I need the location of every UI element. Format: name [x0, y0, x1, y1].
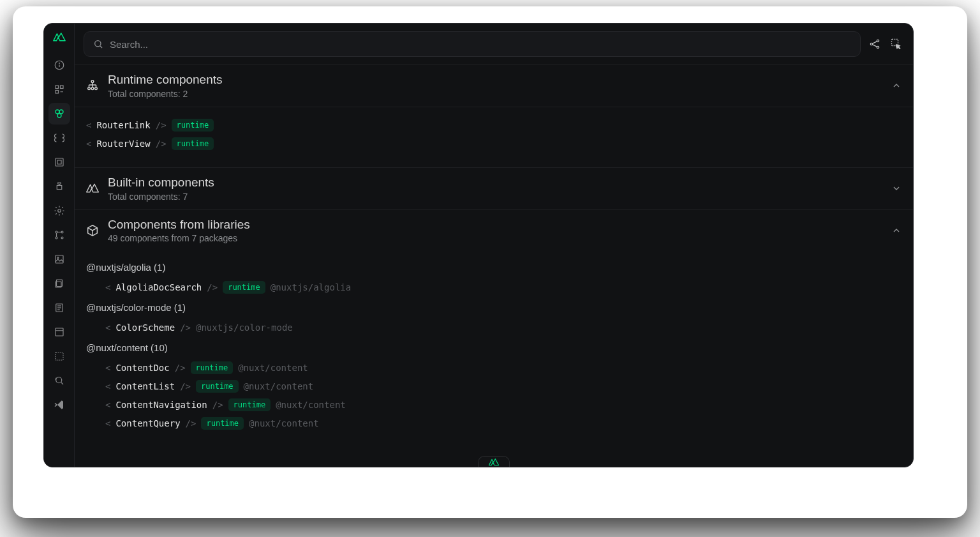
component-name: ContentDoc	[115, 359, 169, 377]
runtime-tag: runtime	[172, 137, 214, 150]
nav-assets-icon[interactable]	[48, 248, 70, 270]
component-item[interactable]: <ContentNavigation/>runtime@nuxt/content	[86, 395, 902, 414]
package-label: @nuxt/content	[249, 414, 319, 432]
svg-point-12	[56, 231, 57, 233]
nav-graph-icon[interactable]	[48, 224, 70, 246]
section-builtin-subtitle: Total components: 7	[108, 192, 891, 202]
runtime-tag: runtime	[228, 398, 271, 411]
svg-line-37	[873, 45, 877, 47]
dock-toggle[interactable]	[478, 456, 510, 467]
component-name: ContentList	[115, 377, 175, 395]
section-runtime-subtitle: Total components: 2	[108, 89, 891, 99]
section-runtime-body: < RouterLink /> runtime < RouterView /> …	[75, 107, 913, 168]
nav-runtime-configs-icon[interactable]	[48, 297, 70, 319]
svg-point-31	[95, 41, 101, 47]
svg-rect-28	[56, 352, 63, 360]
nav-settings-icon[interactable]	[48, 200, 70, 222]
sidebar	[44, 24, 75, 467]
section-libraries-title: Components from libraries	[108, 218, 891, 232]
section-builtin-header[interactable]: Built-in components Total components: 7	[75, 168, 913, 210]
component-item[interactable]: <ContentList/>runtime@nuxt/content	[86, 377, 902, 395]
svg-point-45	[88, 87, 91, 90]
package-label: @nuxt/content	[238, 359, 308, 377]
chevron-up-icon	[891, 225, 902, 236]
component-item[interactable]: <ContentQuery/>runtime@nuxt/content	[86, 414, 902, 432]
package-label: @nuxtjs/algolia	[271, 278, 351, 296]
section-runtime-title: Runtime components	[108, 73, 891, 87]
component-item[interactable]: < RouterLink /> runtime	[86, 116, 902, 135]
component-name: RouterLink	[96, 116, 150, 134]
nav-vscode-icon[interactable]	[48, 394, 70, 416]
main-panel: Search... Runtime components Total compo…	[75, 24, 913, 467]
section-libraries-header[interactable]: Components from libraries 49 components …	[75, 210, 913, 252]
svg-point-39	[91, 80, 94, 83]
svg-rect-4	[60, 86, 63, 89]
nav-composables-icon[interactable]	[48, 127, 70, 149]
svg-point-7	[56, 110, 59, 114]
runtime-tag: runtime	[172, 119, 214, 132]
svg-line-30	[61, 382, 63, 384]
nav-hooks-icon[interactable]	[48, 345, 70, 367]
svg-line-32	[100, 46, 102, 48]
library-group-header[interactable]: @nuxtjs/color-mode (1)	[86, 299, 902, 317]
svg-point-33	[870, 43, 872, 45]
svg-point-9	[57, 114, 61, 117]
svg-point-19	[57, 257, 58, 259]
inspector-button[interactable]	[889, 36, 904, 52]
svg-rect-3	[56, 86, 59, 89]
topbar: Search...	[75, 24, 913, 65]
svg-point-13	[61, 231, 63, 233]
chevron-up-icon	[891, 80, 902, 91]
runtime-tag: runtime	[201, 417, 244, 430]
svg-point-29	[56, 377, 61, 383]
svg-line-36	[873, 42, 877, 43]
section-runtime-header[interactable]: Runtime components Total components: 2	[75, 65, 913, 107]
section-libraries-body: @nuxtjs/algolia (1)<AlgoliaDocSearch/>ru…	[75, 251, 913, 446]
graph-view-button[interactable]	[867, 36, 882, 52]
library-group-header[interactable]: @nuxt/content (10)	[86, 339, 902, 357]
runtime-tag: runtime	[223, 281, 265, 294]
nav-pages-icon[interactable]	[48, 79, 70, 100]
nav-imports-icon[interactable]	[48, 151, 70, 173]
search-input[interactable]: Search...	[84, 31, 861, 57]
svg-point-14	[56, 237, 57, 239]
component-name: ContentQuery	[115, 414, 180, 432]
package-label: @nuxtjs/color-mode	[196, 319, 293, 337]
section-builtin-title: Built-in components	[108, 176, 891, 190]
svg-rect-18	[56, 255, 63, 263]
svg-point-8	[59, 110, 63, 114]
component-name: RouterView	[96, 135, 150, 153]
component-item[interactable]: <ContentDoc/>runtime@nuxt/content	[86, 358, 902, 377]
svg-rect-10	[56, 158, 63, 166]
svg-rect-26	[56, 328, 63, 336]
nav-virtual-files-icon[interactable]	[48, 273, 70, 294]
nuxt-logo-icon[interactable]	[52, 33, 66, 47]
component-item[interactable]: < RouterView /> runtime	[86, 135, 902, 153]
devtools-window: Search... Runtime components Total compo…	[43, 23, 914, 467]
nuxt-outline-icon	[84, 179, 101, 197]
package-label: @nuxt/content	[244, 377, 314, 395]
svg-point-47	[95, 87, 98, 90]
runtime-tag: runtime	[196, 380, 239, 393]
nav-payload-icon[interactable]	[48, 321, 70, 343]
library-group-header[interactable]: @nuxtjs/algolia (1)	[86, 259, 902, 276]
section-libraries-subtitle: 49 components from 7 packages	[108, 233, 891, 243]
component-name: ContentNavigation	[115, 396, 207, 414]
content-scroll[interactable]: Runtime components Total components: 2 <…	[75, 65, 913, 467]
svg-point-15	[61, 237, 63, 239]
search-placeholder: Search...	[110, 39, 148, 50]
component-item[interactable]: <AlgoliaDocSearch/>runtime@nuxtjs/algoli…	[86, 278, 902, 296]
component-item[interactable]: <ColorScheme/>@nuxtjs/color-mode	[86, 318, 902, 337]
chevron-down-icon	[891, 183, 902, 193]
svg-point-46	[91, 87, 94, 90]
svg-rect-5	[56, 91, 59, 94]
nav-info-icon[interactable]	[48, 54, 70, 76]
nav-modules-icon[interactable]	[48, 176, 70, 197]
search-icon	[93, 39, 103, 49]
svg-point-11	[57, 209, 61, 213]
svg-point-2	[59, 63, 59, 64]
nav-inspect-icon[interactable]	[48, 370, 70, 391]
component-name: AlgoliaDocSearch	[115, 278, 202, 296]
tree-icon	[84, 77, 101, 95]
nav-components-icon[interactable]	[48, 103, 70, 125]
